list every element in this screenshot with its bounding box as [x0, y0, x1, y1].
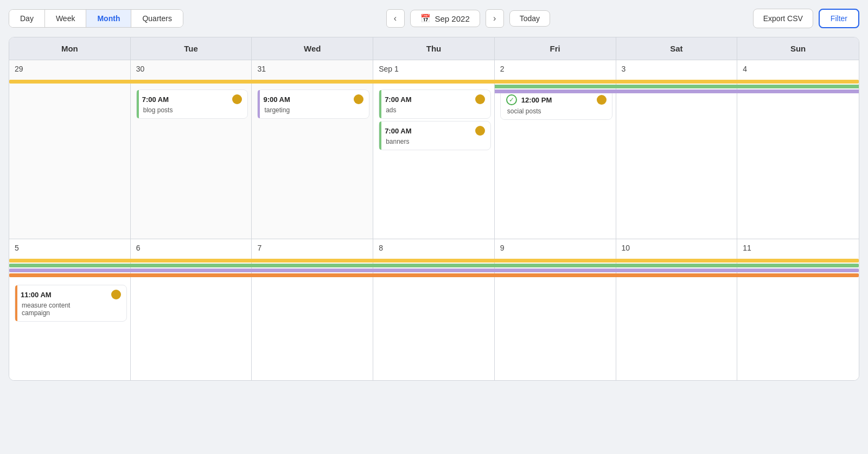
- header-sun: Sun: [737, 37, 859, 60]
- calendar: Mon Tue Wed Thu Fri Sat Sun: [9, 37, 859, 381]
- view-tabs: Day Week Month Quarters: [9, 9, 183, 28]
- week2-bar-purple: [9, 268, 859, 272]
- day-number: 4: [743, 65, 856, 73]
- event-banners[interactable]: 7:00 AM banners: [379, 121, 491, 150]
- day-number: Sep 1: [379, 65, 491, 73]
- calendar-header: Mon Tue Wed Thu Fri Sat Sun: [9, 37, 859, 60]
- event-social-posts[interactable]: ✓ 12:00 PM social posts: [500, 89, 612, 120]
- tab-quarters[interactable]: Quarters: [131, 10, 182, 27]
- event-time: 7:00 AM: [142, 95, 169, 104]
- next-button[interactable]: ›: [486, 9, 504, 28]
- header-thu: Thu: [373, 37, 495, 60]
- week1-bars: [9, 80, 859, 93]
- week-row-2: 5 11:00 AM measure contentcampaign 6: [9, 239, 859, 380]
- tab-month[interactable]: Month: [86, 10, 131, 27]
- today-button[interactable]: Today: [509, 10, 550, 27]
- right-controls: Export CSV Filter: [753, 9, 859, 28]
- week1-bar-purple-row: [9, 89, 859, 93]
- nav-controls: ‹ 📅 Sep 2022 › Today: [386, 9, 551, 28]
- period-label: Sep 2022: [435, 14, 470, 23]
- calendar-icon: 📅: [420, 14, 431, 23]
- week2-bar-yellow: [9, 259, 859, 263]
- day-number: 29: [15, 65, 127, 73]
- event-time: 12:00 PM: [521, 96, 552, 104]
- header-fri: Fri: [495, 37, 616, 60]
- export-csv-button[interactable]: Export CSV: [753, 9, 813, 28]
- week1-bar-yellow: [9, 80, 859, 84]
- day-number: 7: [257, 244, 369, 252]
- header-tue: Tue: [131, 37, 252, 60]
- status-dot: [597, 95, 607, 105]
- event-blog-posts[interactable]: 7:00 AM blog posts: [136, 89, 248, 119]
- tab-week[interactable]: Week: [45, 10, 87, 27]
- status-dot: [354, 94, 363, 104]
- day-number: 9: [500, 244, 612, 252]
- week2-bars: [9, 259, 859, 277]
- day-number: 8: [379, 244, 491, 252]
- event-time: 9:00 AM: [263, 95, 290, 104]
- week-row-1: 29 30 7:00 AM blog posts 31: [9, 60, 859, 239]
- calendar-body: 29 30 7:00 AM blog posts 31: [9, 60, 859, 380]
- day-number: 10: [622, 244, 734, 252]
- week2-bar-green: [9, 264, 859, 267]
- header-sat: Sat: [616, 37, 738, 60]
- status-dot: [232, 94, 242, 104]
- event-time: 7:00 AM: [385, 95, 411, 104]
- day-number: 11: [743, 244, 856, 252]
- event-title: blog posts: [142, 106, 242, 114]
- event-title: measure contentcampaign: [21, 302, 121, 317]
- week1-bar-green-row: [9, 85, 859, 88]
- event-title: social posts: [506, 107, 607, 115]
- status-dot: [475, 94, 485, 104]
- event-title: targeting: [263, 106, 363, 114]
- event-ads[interactable]: 7:00 AM ads: [379, 89, 491, 119]
- day-number: 31: [257, 65, 369, 73]
- header-mon: Mon: [9, 37, 131, 60]
- event-measure-content[interactable]: 11:00 AM measure contentcampaign: [15, 285, 127, 322]
- event-time: 11:00 AM: [21, 291, 52, 299]
- tab-day[interactable]: Day: [9, 10, 45, 27]
- current-period-display: 📅 Sep 2022: [410, 10, 480, 27]
- prev-button[interactable]: ‹: [386, 9, 405, 28]
- day-number: 5: [15, 244, 127, 252]
- status-dot: [475, 126, 485, 136]
- filter-button[interactable]: Filter: [819, 9, 859, 28]
- toolbar: Day Week Month Quarters ‹ 📅 Sep 2022 › T…: [9, 9, 859, 28]
- day-number: 6: [136, 244, 248, 252]
- event-targeting[interactable]: 9:00 AM targeting: [257, 89, 369, 119]
- event-time: 7:00 AM: [385, 127, 411, 135]
- status-dot: [111, 290, 121, 299]
- day-number: 30: [136, 65, 248, 73]
- event-title: ads: [385, 106, 485, 114]
- check-icon: ✓: [506, 94, 517, 105]
- event-title: banners: [385, 138, 485, 145]
- seg-empty: [9, 85, 131, 88]
- day-number: 2: [500, 65, 612, 73]
- day-number: 3: [622, 65, 734, 73]
- header-wed: Wed: [252, 37, 373, 60]
- week2-bar-orange: [9, 273, 859, 277]
